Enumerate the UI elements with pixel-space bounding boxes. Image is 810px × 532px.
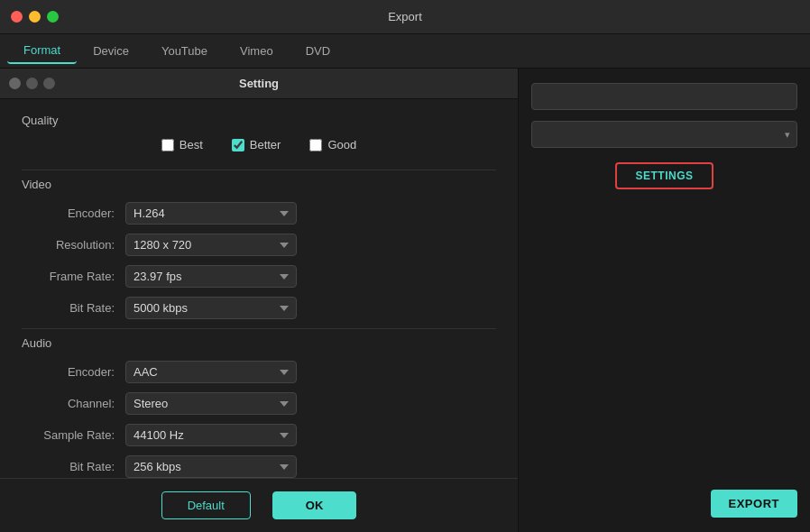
quality-good-label: Good [327,138,356,151]
audio-bitrate-label: Bit Rate: [22,460,125,473]
quality-better-label: Better [250,138,281,151]
divider-1 [22,170,496,170]
window-controls [11,11,59,23]
video-bitrate-row: Bit Rate: 1000 kbps 2000 kbps 3000 kbps … [22,297,496,319]
quality-better-option[interactable]: Better [232,138,281,151]
settings-button[interactable]: SETTINGS [615,162,713,189]
nav-tabs: Format Device YouTube Vimeo DVD [0,34,810,69]
right-input-1[interactable] [531,83,797,110]
tab-dvd[interactable]: DVD [290,39,346,63]
panel-content: Quality Best Better Good Video [0,99,518,478]
minimize-button[interactable] [29,11,41,23]
audio-bitrate-select[interactable]: 128 kbps 192 kbps 256 kbps 320 kbps [125,455,297,478]
tab-device[interactable]: Device [77,39,145,63]
video-encoder-select[interactable]: H.264 H.265 MPEG-4 ProRes [125,202,297,225]
title-bar: Export [0,0,810,34]
audio-encoder-select[interactable]: AAC MP3 AC3 OGG [125,361,297,383]
video-resolution-row: Resolution: 1920 x 1080 1280 x 720 854 x… [22,234,496,256]
tab-format[interactable]: Format [7,38,77,64]
quality-better-checkbox[interactable] [232,139,244,151]
panel-max-button[interactable] [43,78,55,89]
divider-2 [22,328,496,329]
quality-options: Best Better Good [22,138,496,151]
default-button[interactable]: Default [161,491,251,519]
audio-bitrate-row: Bit Rate: 128 kbps 192 kbps 256 kbps 320… [22,455,496,478]
video-encoder-label: Encoder: [22,206,125,220]
video-bitrate-label: Bit Rate: [22,301,125,315]
audio-samplerate-row: Sample Rate: 22050 Hz 44100 Hz 48000 Hz [22,424,496,446]
quality-best-label: Best [179,138,203,151]
setting-panel: Setting Quality Best Better Good [0,69,519,532]
audio-channel-label: Channel: [22,397,125,410]
right-select-wrap: ▾ [531,121,797,148]
quality-good-option[interactable]: Good [309,138,356,151]
panel-min-button[interactable] [26,78,38,89]
video-resolution-select[interactable]: 1920 x 1080 1280 x 720 854 x 480 640 x 3… [125,234,297,256]
panel-controls [9,78,55,89]
maximize-button[interactable] [47,11,59,23]
video-bitrate-select[interactable]: 1000 kbps 2000 kbps 3000 kbps 5000 kbps … [125,297,297,319]
video-framerate-select[interactable]: 23.97 fps 24 fps 25 fps 29.97 fps 30 fps… [125,265,297,288]
quality-best-checkbox[interactable] [161,139,174,151]
close-button[interactable] [11,11,23,23]
quality-good-checkbox[interactable] [309,139,322,151]
quality-best-option[interactable]: Best [161,138,203,151]
video-framerate-row: Frame Rate: 23.97 fps 24 fps 25 fps 29.9… [22,265,496,288]
video-encoder-row: Encoder: H.264 H.265 MPEG-4 ProRes [22,202,496,225]
window-title: Export [388,10,422,23]
tab-vimeo[interactable]: Vimeo [224,39,290,63]
spacer [531,200,797,479]
right-panel: ▾ SETTINGS EXPORT [519,69,810,532]
video-resolution-label: Resolution: [22,238,125,252]
panel-close-button[interactable] [9,78,21,89]
ok-button[interactable]: OK [272,491,357,519]
main-layout: Setting Quality Best Better Good [0,69,810,532]
audio-channel-row: Channel: Stereo Mono 5.1 Surround [22,392,496,415]
panel-header: Setting [0,69,518,99]
audio-samplerate-label: Sample Rate: [22,428,125,442]
video-framerate-label: Frame Rate: [22,270,125,283]
export-button[interactable]: EXPORT [711,490,797,518]
audio-encoder-label: Encoder: [22,365,125,379]
audio-samplerate-select[interactable]: 22050 Hz 44100 Hz 48000 Hz [125,424,297,446]
audio-encoder-row: Encoder: AAC MP3 AC3 OGG [22,361,496,383]
panel-title: Setting [239,77,279,90]
right-select[interactable] [531,121,797,148]
quality-label: Quality [22,114,496,127]
audio-channel-select[interactable]: Stereo Mono 5.1 Surround [125,392,297,415]
audio-section-label: Audio [22,336,496,350]
panel-footer: Default OK [0,478,518,532]
tab-youtube[interactable]: YouTube [145,39,224,63]
settings-btn-wrap: SETTINGS [531,162,797,189]
video-section-label: Video [22,178,496,191]
